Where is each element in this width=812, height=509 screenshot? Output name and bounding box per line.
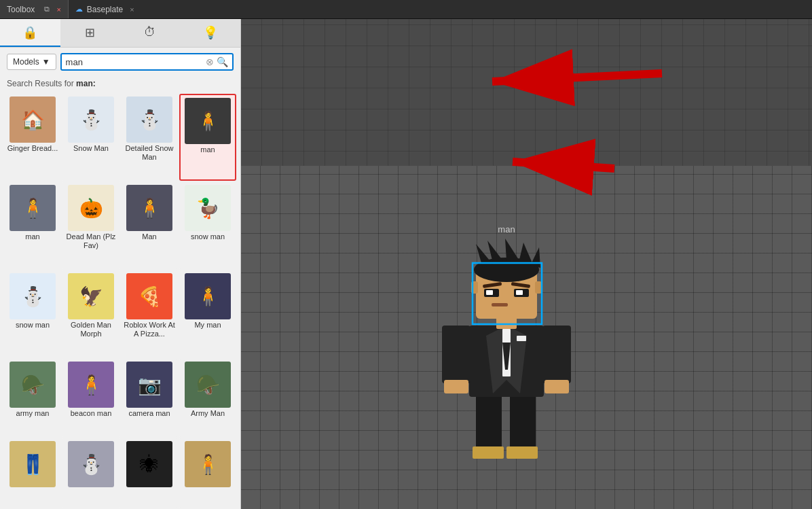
model-type-select[interactable]: Models ▼: [7, 54, 56, 70]
results-label: Search Results for man:: [0, 76, 240, 92]
grid-item-11[interactable]: 🍕Roblox Work At A Pizza...: [121, 270, 178, 357]
minimize-btn[interactable]: ⧉: [44, 5, 50, 14]
grid-item-15[interactable]: 📷camera man: [121, 359, 178, 437]
grid-item-6[interactable]: 🎃Dead Man (Plz Fav): [62, 182, 119, 269]
item-thumb-3: ⛄: [126, 96, 172, 143]
toolbox-icon-tabs: 🔒 ⊞ ⏱ 💡: [0, 19, 240, 48]
item-thumb-8: 🦆: [185, 185, 231, 231]
grid-item-9[interactable]: ⛄snow man: [4, 270, 61, 357]
character-svg: [432, 237, 581, 468]
grid-item-8[interactable]: 🦆snow man: [179, 182, 236, 269]
grid-item-5[interactable]: 🧍man: [4, 182, 61, 269]
items-grid: 🏠Ginger Bread...⛄Snow Man⛄Detailed Snow …: [0, 92, 240, 509]
search-input[interactable]: [66, 57, 203, 67]
svg-marker-31: [505, 239, 519, 261]
item-thumb-19: 🕷: [126, 441, 172, 487]
grid-item-10[interactable]: 🦅Golden Man Morph: [62, 270, 119, 357]
grid-item-14[interactable]: 🧍beacon man: [62, 359, 119, 437]
item-thumb-17: 👖: [10, 441, 56, 487]
baseplate-tab-label: Baseplate: [87, 5, 123, 14]
tab-inventory[interactable]: 🔒: [0, 19, 60, 47]
svg-marker-32: [519, 243, 532, 263]
tab-marketplace[interactable]: ⊞: [60, 19, 121, 47]
item-thumb-6: 🎃: [68, 185, 114, 231]
item-label-3: Detailed Snow Man: [122, 144, 177, 162]
item-thumb-4: 🧍: [185, 98, 231, 144]
grid-item-3[interactable]: ⛄Detailed Snow Man: [121, 94, 178, 181]
grid-item-1[interactable]: 🏠Ginger Bread...: [4, 94, 61, 181]
grid-item-7[interactable]: 🧍Man: [121, 182, 178, 269]
search-box: ⊗ 🔍: [60, 53, 234, 71]
search-clear-icon[interactable]: ⊗: [206, 56, 214, 67]
item-label-15: camera man: [128, 409, 170, 418]
grid-item-18[interactable]: ⛄: [62, 438, 119, 508]
item-label-4: man: [200, 145, 215, 154]
item-label-8: snow man: [191, 232, 225, 241]
item-thumb-5: 🧍: [10, 185, 56, 231]
grid-item-13[interactable]: 🪖army man: [4, 359, 61, 437]
svg-rect-6: [506, 446, 538, 459]
viewport: man: [241, 19, 812, 509]
svg-rect-23: [486, 290, 493, 295]
close-btn[interactable]: ×: [56, 5, 60, 14]
item-label-9: snow man: [16, 321, 50, 330]
item-thumb-18: ⛄: [68, 441, 114, 487]
grid-item-2[interactable]: ⛄Snow Man: [62, 94, 119, 181]
svg-rect-12: [517, 336, 526, 341]
baseplate-close-btn[interactable]: ×: [130, 5, 134, 14]
toolbox-panel: 🔒 ⊞ ⏱ 💡 Models ▼ ⊗ 🔍 Search Results for …: [0, 19, 241, 509]
grid-item-16[interactable]: 🪖Army Man: [179, 359, 236, 437]
svg-rect-5: [473, 446, 504, 459]
grid-item-4[interactable]: 🧍man: [179, 94, 236, 181]
tab-featured[interactable]: 💡: [181, 19, 241, 47]
item-thumb-11: 🍕: [126, 273, 172, 319]
svg-marker-33: [530, 247, 540, 268]
item-thumb-12: 🧍: [185, 273, 231, 319]
item-label-7: Man: [142, 232, 156, 241]
item-thumb-10: 🦅: [68, 273, 114, 319]
item-label-14: beacon man: [71, 409, 112, 418]
item-thumb-13: 🪖: [10, 362, 56, 408]
item-label-10: Golden Man Morph: [64, 321, 118, 338]
item-thumb-7: 🧍: [126, 185, 172, 231]
model-select-label: Models: [13, 57, 39, 67]
viewport-bg: man: [241, 19, 812, 509]
item-label-16: Army Man: [191, 409, 225, 418]
search-row: Models ▼ ⊗ 🔍: [0, 48, 240, 76]
chevron-down-icon: ▼: [42, 57, 50, 67]
item-thumb-16: 🪖: [185, 362, 231, 408]
svg-rect-16: [545, 380, 569, 393]
svg-rect-3: [476, 393, 502, 455]
item-label-11: Roblox Work At A Pizza...: [122, 321, 177, 338]
item-label-5: man: [25, 232, 39, 241]
svg-rect-15: [444, 380, 468, 393]
search-go-icon[interactable]: 🔍: [217, 56, 228, 67]
item-thumb-9: ⛄: [10, 273, 56, 319]
item-label-2: Snow Man: [73, 144, 109, 153]
tab-toolbox[interactable]: Toolbox ⧉ ×: [0, 0, 69, 18]
item-label-1: Ginger Bread...: [7, 144, 58, 153]
grid-item-17[interactable]: 👖: [4, 438, 61, 508]
svg-rect-25: [492, 303, 508, 306]
svg-line-1: [492, 73, 662, 82]
svg-rect-4: [510, 393, 536, 455]
cloud-icon: ☁: [75, 5, 83, 14]
item-thumb-14: 🧍: [68, 362, 114, 408]
character-area: man: [432, 224, 581, 468]
item-label-6: Dead Man (Plz Fav): [64, 232, 118, 250]
grid-item-19[interactable]: 🕷: [121, 438, 178, 508]
item-label-13: army man: [16, 409, 50, 418]
grid-item-12[interactable]: 🧍My man: [179, 270, 236, 357]
title-bar: Toolbox ⧉ × ☁ Baseplate ×: [0, 0, 812, 19]
item-thumb-20: 🧍: [185, 441, 231, 487]
toolbox-tab-label: Toolbox: [7, 5, 35, 14]
item-thumb-15: 📷: [126, 362, 172, 408]
grid-item-20[interactable]: 🧍: [179, 438, 236, 508]
item-thumb-1: 🏠: [10, 96, 56, 143]
tab-baseplate[interactable]: ☁ Baseplate ×: [69, 0, 141, 18]
tab-recent[interactable]: ⏱: [120, 19, 181, 47]
svg-rect-13: [442, 326, 470, 383]
svg-rect-24: [516, 290, 523, 295]
item-thumb-2: ⛄: [68, 96, 114, 143]
char-label: man: [498, 224, 515, 234]
